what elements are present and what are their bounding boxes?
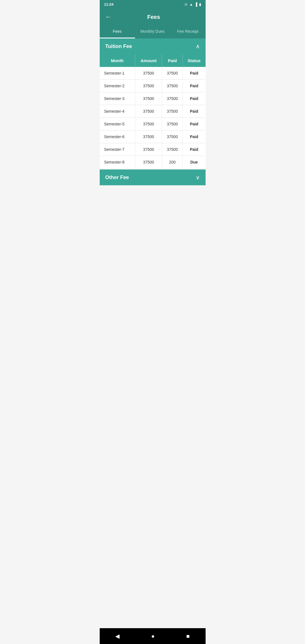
status-bar: 11:24 ⊙ ▲ ▐ ▮ — [100, 0, 206, 9]
cell-status: Due — [183, 156, 206, 169]
table-row: Semester-63750037500Paid — [100, 130, 206, 143]
cell-amount: 37500 — [135, 105, 162, 118]
tuition-fee-title: Tuition Fee — [105, 43, 132, 49]
cell-month: Semester-7 — [100, 143, 135, 156]
cell-status: Paid — [183, 92, 206, 105]
tab-monthly-dues[interactable]: Monthly Dues — [135, 25, 170, 38]
col-amount: Amount — [135, 54, 162, 67]
content-area: Tuition Fee ∧ Month Amount Paid Status S… — [100, 38, 206, 185]
status-icons: ⊙ ▲ ▐ ▮ — [184, 2, 201, 6]
table-row: Semester-43750037500Paid — [100, 105, 206, 118]
status-time: 11:24 — [104, 2, 114, 6]
table-row: Semester-13750037500Paid — [100, 67, 206, 80]
cell-status: Paid — [183, 105, 206, 118]
tabs-container: Fees Monthly Dues Fee Receipt — [100, 25, 206, 38]
table-row: Semester-53750037500Paid — [100, 118, 206, 130]
cell-paid: 37500 — [162, 130, 183, 143]
tuition-fee-table: Month Amount Paid Status Semester-137500… — [100, 54, 206, 168]
cell-amount: 37500 — [135, 118, 162, 130]
cell-month: Semester-2 — [100, 80, 135, 92]
cell-status: Paid — [183, 118, 206, 130]
other-fee-title: Other Fee — [105, 175, 129, 180]
signal-icon: ▐ — [195, 2, 197, 6]
other-fee-section: Other Fee ∨ — [100, 169, 206, 185]
cell-amount: 37500 — [135, 130, 162, 143]
tab-fee-receipt[interactable]: Fee Receipt — [170, 25, 206, 38]
cell-status: Paid — [183, 130, 206, 143]
back-icon: ← — [105, 13, 112, 20]
back-button[interactable]: ← — [104, 12, 113, 22]
cell-status: Paid — [183, 80, 206, 92]
chevron-down-icon: ∨ — [196, 174, 200, 181]
cell-month: Semester-5 — [100, 118, 135, 130]
cell-month: Semester-3 — [100, 92, 135, 105]
col-paid: Paid — [162, 54, 183, 67]
cell-status: Paid — [183, 143, 206, 156]
cell-paid: 37500 — [162, 105, 183, 118]
cell-paid: 37500 — [162, 92, 183, 105]
table-row: Semester-23750037500Paid — [100, 80, 206, 92]
wifi-icon: ▲ — [189, 2, 193, 6]
cell-amount: 37500 — [135, 67, 162, 80]
table-header-row: Month Amount Paid Status — [100, 54, 206, 67]
cell-month: Semester-8 — [100, 156, 135, 169]
col-status: Status — [183, 54, 206, 67]
cell-paid: 37500 — [162, 118, 183, 130]
table-row: Semester-33750037500Paid — [100, 92, 206, 105]
app-bar: ← Fees — [100, 9, 206, 25]
cell-paid: 37500 — [162, 80, 183, 92]
cell-month: Semester-6 — [100, 130, 135, 143]
battery-icon: ▮ — [199, 2, 201, 6]
cell-month: Semester-4 — [100, 105, 135, 118]
chevron-up-icon: ∧ — [196, 43, 200, 50]
cell-paid: 37500 — [162, 143, 183, 156]
cell-paid: 200 — [162, 156, 183, 169]
cell-amount: 37500 — [135, 92, 162, 105]
page-title: Fees — [116, 14, 191, 20]
col-month: Month — [100, 54, 135, 67]
cell-amount: 37500 — [135, 80, 162, 92]
tuition-fee-section-header[interactable]: Tuition Fee ∧ — [100, 38, 206, 54]
cell-status: Paid — [183, 67, 206, 80]
tab-fees[interactable]: Fees — [100, 25, 135, 38]
table-row: Semester-73750037500Paid — [100, 143, 206, 156]
cell-amount: 37500 — [135, 143, 162, 156]
cell-paid: 37500 — [162, 67, 183, 80]
table-row: Semester-837500200Due — [100, 156, 206, 169]
location-icon: ⊙ — [184, 2, 188, 6]
cell-month: Semester-1 — [100, 67, 135, 80]
cell-amount: 37500 — [135, 156, 162, 169]
other-fee-section-header[interactable]: Other Fee ∨ — [100, 169, 206, 185]
